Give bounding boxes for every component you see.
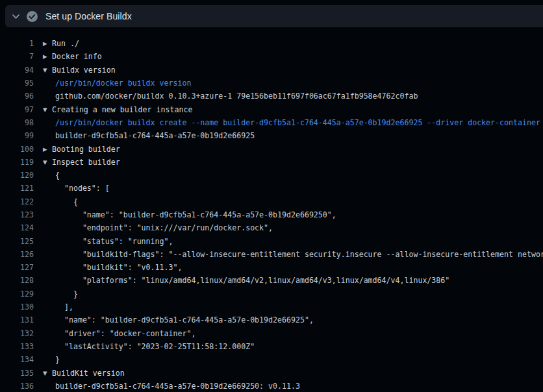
caret-down-icon: ▼	[43, 370, 52, 376]
log-row: 98/usr/bin/docker buildx create --name b…	[0, 116, 543, 129]
log-row: 131 "name": "builder-d9cfb5a1-c764-445a-…	[0, 313, 543, 326]
output-text: github.com/docker/buildx 0.10.3+azure-1 …	[55, 92, 418, 101]
caret-down-icon: ▼	[43, 67, 52, 73]
log-row: 132 "driver": "docker-container",	[0, 327, 543, 340]
caret-down-icon: ▼	[43, 106, 52, 113]
log-group-row[interactable]: 1▶Run ./	[0, 37, 543, 50]
output-text: "driver": "docker-container",	[55, 329, 196, 338]
line-number[interactable]: 122	[0, 197, 34, 206]
output-text: "nodes": [	[55, 184, 110, 193]
output-text: "lastActivity": "2023-02-25T11:58:12.000…	[55, 342, 255, 351]
output-text: builder-d9cfb5a1-c764-445a-a57e-0b19d2e6…	[55, 382, 300, 391]
output-text: "buildkitd-flags": "--allow-insecure-ent…	[55, 250, 543, 259]
line-number[interactable]: 94	[0, 66, 34, 75]
group-title: BuildKit version	[52, 369, 125, 378]
line-number[interactable]: 1	[0, 39, 34, 48]
line-number[interactable]: 121	[0, 184, 34, 193]
line-number[interactable]: 127	[0, 263, 34, 272]
log-row: 126 "buildkitd-flags": "--allow-insecure…	[0, 248, 543, 261]
output-text: "endpoint": "unix:///var/run/docker.sock…	[55, 223, 273, 232]
check-circle-icon	[27, 11, 38, 22]
log-row: 130 ],	[0, 300, 543, 313]
chevron-down-icon[interactable]	[11, 12, 20, 21]
log-group-row[interactable]: 135▼BuildKit version	[0, 366, 543, 379]
log-row: 124 "endpoint": "unix:///var/run/docker.…	[0, 221, 543, 234]
output-text: "name": "builder-d9cfb5a1-c764-445a-a57e…	[55, 210, 336, 219]
log-row: 127 "buildkit": "v0.11.3",	[0, 261, 543, 274]
output-text: "status": "running",	[55, 237, 173, 246]
group-title: Buildx version	[52, 66, 116, 75]
step-header[interactable]: Set up Docker Buildx	[5, 5, 543, 27]
group-title: Booting builder	[52, 145, 120, 154]
line-number[interactable]: 100	[0, 145, 34, 154]
line-number[interactable]: 7	[0, 52, 34, 61]
log-row: 123 "name": "builder-d9cfb5a1-c764-445a-…	[0, 208, 543, 221]
caret-right-icon: ▶	[43, 40, 52, 47]
output-text: {	[55, 197, 78, 206]
line-number[interactable]: 98	[0, 118, 34, 127]
line-number[interactable]: 133	[0, 342, 34, 351]
log-row: 134}	[0, 353, 543, 366]
line-number[interactable]: 123	[0, 210, 34, 219]
output-text: }	[55, 355, 60, 364]
log-row: 96github.com/docker/buildx 0.10.3+azure-…	[0, 90, 543, 103]
output-text: {	[55, 171, 60, 180]
output-text: }	[55, 289, 78, 299]
line-number[interactable]: 120	[0, 171, 34, 180]
log-row: 128 "platforms": "linux/amd64,linux/amd6…	[0, 274, 543, 287]
line-number[interactable]: 99	[0, 131, 34, 140]
group-title: Docker info	[52, 52, 102, 61]
log-row: 133 "lastActivity": "2023-02-25T11:58:12…	[0, 340, 543, 353]
line-number[interactable]: 96	[0, 92, 34, 101]
step-title: Set up Docker Buildx	[45, 11, 132, 21]
line-number[interactable]: 132	[0, 329, 34, 338]
line-number[interactable]: 136	[0, 382, 34, 391]
command-text: /usr/bin/docker buildx version	[55, 79, 191, 88]
caret-right-icon: ▶	[43, 53, 52, 60]
output-text: builder-d9cfb5a1-c764-445a-a57e-0b19d2e6…	[55, 131, 255, 140]
log-group-row[interactable]: 100▶Booting builder	[0, 142, 543, 155]
log-row: 120{	[0, 169, 543, 182]
line-number[interactable]: 95	[0, 79, 34, 88]
log-group-row[interactable]: 7▶Docker info	[0, 50, 543, 63]
group-title: Inspect builder	[52, 158, 120, 167]
command-text: /usr/bin/docker buildx create --name bui…	[55, 118, 540, 127]
log-row: 129 }	[0, 288, 543, 300]
caret-down-icon: ▼	[43, 159, 52, 165]
line-number[interactable]: 131	[0, 315, 34, 325]
line-number[interactable]: 135	[0, 369, 34, 378]
log-lines: 1▶Run ./7▶Docker info94▼Buildx version95…	[0, 37, 543, 392]
output-text: "buildkit": "v0.11.3",	[55, 263, 182, 272]
output-text: ],	[55, 302, 73, 312]
line-number[interactable]: 129	[0, 289, 34, 299]
log-group-row[interactable]: 94▼Buildx version	[0, 64, 543, 77]
output-text: "name": "builder-d9cfb5a1-c764-445a-a57e…	[55, 315, 314, 325]
line-number[interactable]: 134	[0, 355, 34, 364]
line-number[interactable]: 128	[0, 276, 34, 285]
line-number[interactable]: 125	[0, 237, 34, 246]
log-row: 95/usr/bin/docker buildx version	[0, 77, 543, 90]
log-group-row[interactable]: 97▼Creating a new builder instance	[0, 103, 543, 116]
log-group-row[interactable]: 119▼Inspect builder	[0, 156, 543, 169]
line-number[interactable]: 126	[0, 250, 34, 259]
caret-right-icon: ▶	[43, 146, 52, 153]
line-number[interactable]: 130	[0, 302, 34, 312]
log-row: 136builder-d9cfb5a1-c764-445a-a57e-0b19d…	[0, 380, 543, 392]
line-number[interactable]: 97	[0, 105, 34, 114]
log-row: 125 "status": "running",	[0, 234, 543, 247]
line-number[interactable]: 124	[0, 223, 34, 232]
line-number[interactable]: 119	[0, 158, 34, 167]
log-row: 121 "nodes": [	[0, 182, 543, 195]
log-row: 122 {	[0, 195, 543, 208]
group-title: Run ./	[52, 39, 79, 48]
group-title: Creating a new builder instance	[52, 105, 192, 114]
output-text: "platforms": "linux/amd64,linux/amd64/v2…	[55, 276, 449, 285]
log-row: 99builder-d9cfb5a1-c764-445a-a57e-0b19d2…	[0, 129, 543, 142]
